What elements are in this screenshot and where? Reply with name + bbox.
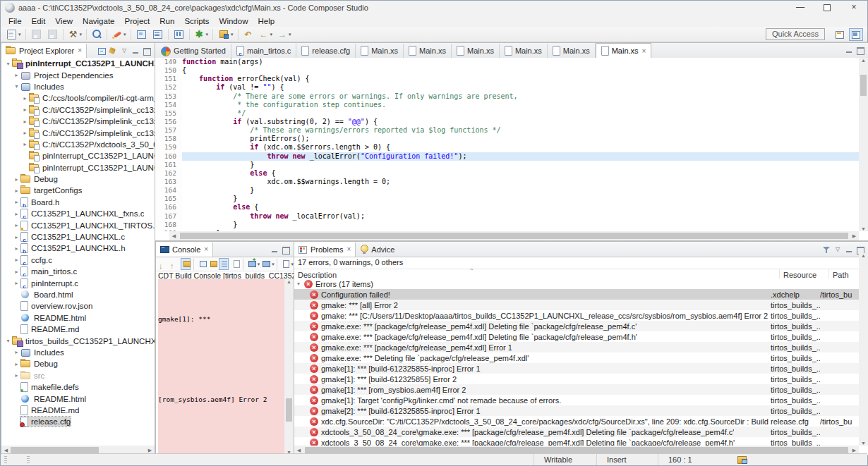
menu-file[interactable]: File — [4, 16, 27, 26]
tree-collapsed-arrow-icon[interactable]: ▸ — [13, 176, 20, 183]
dropdown-arrow-icon[interactable]: ▾ — [18, 32, 21, 37]
maximize-view-button[interactable] — [141, 46, 152, 56]
problem-row[interactable]: ×gmake.exe: *** [package/cfg/release_pem… — [294, 331, 859, 342]
tree-item[interactable]: ▸Board.h — [1, 197, 155, 208]
tree-collapsed-arrow-icon[interactable]: ▸ — [13, 222, 20, 228]
dropdown-arrow-icon[interactable]: ▾ — [231, 32, 234, 37]
last-edit-location-button[interactable]: ↶ — [241, 28, 255, 41]
forward-button[interactable]: →▾ — [275, 28, 293, 41]
link-with-editor-button[interactable] — [107, 46, 119, 56]
editor-vscrollbar[interactable]: ▲ ▼ — [859, 58, 868, 231]
menu-edit[interactable]: Edit — [27, 16, 51, 26]
code-editor[interactable]: 149function main(args)150{151 function e… — [155, 58, 859, 231]
menu-scripts[interactable]: Scripts — [179, 16, 214, 26]
tree-item[interactable]: ▸C:/ti/CC1352P/xdctools_3_50_08_24_co — [1, 139, 155, 150]
tree-item[interactable]: pinInterrupt_CC1352P1_LAUNCHXL_tir — [1, 162, 155, 173]
minimize-view-button[interactable] — [130, 46, 141, 56]
ccs-tools-button[interactable]: ▾ — [216, 27, 235, 41]
editor-tab-getting-started[interactable]: Getting Started — [155, 44, 231, 58]
editor-tab-main-xs[interactable]: Main.xs — [452, 44, 500, 58]
tree-item[interactable]: ▸Project Dependencies — [1, 69, 155, 80]
tree-item[interactable]: ▸CC1352P1_LAUNCHXL.h — [1, 243, 155, 254]
tree-item[interactable]: ▸src — [1, 370, 155, 381]
quick-access-button[interactable]: Quick Access — [766, 28, 825, 40]
tree-item[interactable]: overview.rov.json — [1, 300, 155, 312]
close-view-icon[interactable]: × — [204, 245, 208, 253]
menu-run[interactable]: Run — [155, 16, 179, 26]
flash-button[interactable]: ▾ — [110, 28, 128, 41]
problem-row[interactable]: ×gmake[1]: *** [rom_sysbios.aem4f] Error… — [294, 384, 859, 395]
close-view-icon[interactable]: × — [78, 47, 82, 54]
tree-collapsed-arrow-icon[interactable]: ▸ — [13, 349, 20, 355]
problem-row[interactable]: ×xdctools_3_50_08_24_core\gmake.exe: ***… — [294, 437, 859, 446]
tree-expanded-arrow-icon[interactable]: ▾ — [4, 61, 12, 67]
project-explorer-tab[interactable]: Project Explorer × — [1, 44, 87, 58]
problem-row[interactable]: ×gmake[1]: Target 'configPkg/linker.cmd'… — [294, 395, 859, 405]
minimize-editor-button[interactable] — [843, 45, 855, 55]
tree-collapsed-arrow-icon[interactable]: ▸ — [13, 72, 20, 78]
scroll-up-arrow-icon[interactable]: ▲ — [859, 58, 868, 63]
tree-collapsed-arrow-icon[interactable]: ▸ — [13, 361, 20, 367]
tree-item[interactable]: ▸Debug — [1, 173, 155, 185]
new-button[interactable]: ▾ — [4, 27, 23, 42]
restore-window-button[interactable] — [814, 1, 840, 15]
tree-item[interactable]: ▸CC1352P1_LAUNCHXL.c — [1, 231, 155, 243]
scroll-left-arrow-icon[interactable]: ◀ — [169, 233, 179, 239]
scroll-right-arrow-icon[interactable]: ▶ — [850, 448, 859, 453]
tree-item[interactable]: ▸C:/ti/CC1352P/simplelink_cc13x2_sdk_ — [1, 116, 155, 127]
dropdown-arrow-icon[interactable]: ▾ — [272, 262, 275, 267]
problem-row[interactable]: ×gmake: *** [C:/Users/11/Desktop/aaaa/ti… — [294, 310, 859, 321]
tree-collapsed-arrow-icon[interactable]: ▸ — [13, 188, 20, 194]
scroll-right-arrow-icon[interactable]: ▶ — [850, 233, 859, 239]
scroll-down-arrow-icon[interactable]: ▼ — [859, 441, 868, 446]
status-icon[interactable] — [737, 455, 747, 464]
tree-item[interactable]: ▸Debug — [1, 358, 155, 369]
scrollbar-thumb[interactable] — [860, 75, 867, 96]
tree-item[interactable]: ▸C:/ti/CC1352P/simplelink_cc13x2_sdk_ — [1, 104, 155, 116]
editor-tab-release-cfg[interactable]: release.cfg — [296, 44, 356, 58]
problem-row[interactable]: ×xdctools_3_50_08_24_core\gmake.exe: ***… — [294, 427, 859, 437]
menu-navigate[interactable]: Navigate — [78, 16, 119, 26]
scrollbar-thumb[interactable] — [11, 447, 99, 453]
word-wrap-button[interactable] — [219, 258, 229, 270]
problems-group-row[interactable]: ▾×Errors (17 items) — [294, 278, 859, 289]
dropdown-arrow-icon[interactable]: ▾ — [289, 32, 291, 37]
dropdown-arrow-icon[interactable]: ▾ — [270, 32, 273, 37]
tree-collapsed-arrow-icon[interactable]: ▸ — [21, 118, 29, 125]
tree-collapsed-arrow-icon[interactable]: ▸ — [13, 245, 20, 252]
pin-console-button[interactable] — [197, 258, 207, 270]
editor-tab-main-xs[interactable]: Main.xs× — [596, 43, 652, 58]
tree-item[interactable]: ▸main_tirtos.c — [1, 266, 155, 277]
scroll-right-arrow-icon[interactable]: ▶ — [145, 448, 155, 453]
tree-collapsed-arrow-icon[interactable]: ▸ — [13, 372, 20, 379]
tree-item[interactable]: ▸CC1352P1_LAUNCHXL_TIRTOS.cmd — [1, 219, 155, 231]
minimize-view-button[interactable] — [843, 245, 855, 255]
problems-tab[interactable]: Problems × — [294, 243, 356, 257]
scrollbar-thumb[interactable] — [305, 447, 848, 453]
problem-row[interactable]: ×gmake[1]: *** [build-612325855] Error 2… — [294, 374, 859, 384]
problem-row[interactable]: ×xdc.cfg.SourceDir: "C:/ti/CC1352P/xdcto… — [294, 416, 859, 427]
close-view-icon[interactable]: × — [346, 245, 351, 253]
menu-view[interactable]: View — [50, 16, 78, 26]
clear-console-button[interactable] — [230, 258, 240, 270]
editor-tab-main-xs[interactable]: Main.xs — [500, 44, 548, 58]
problem-row[interactable]: ×gmake: *** [all] Error 2tirtos_builds_.… — [294, 300, 859, 310]
scroll-down-arrow-icon[interactable]: ▼ — [859, 226, 868, 231]
next-item-button[interactable]: ↓ — [158, 258, 168, 270]
perspective-debug-icon[interactable] — [849, 28, 863, 41]
new-target-configuration-button[interactable] — [134, 28, 149, 41]
tree-collapsed-arrow-icon[interactable]: ▸ — [13, 280, 20, 286]
editor-tab-main-xs[interactable]: Main.xs — [548, 44, 596, 58]
tree-item[interactable]: README.md — [1, 405, 155, 416]
console-output[interactable]: gmake[1]: ***[rom_sysbios.aem4f] Error 2… — [156, 279, 284, 455]
tree-collapsed-arrow-icon[interactable]: ▸ — [13, 257, 20, 263]
maximize-view-button[interactable] — [280, 245, 291, 255]
close-tab-icon[interactable]: × — [642, 47, 646, 55]
dropdown-arrow-icon[interactable]: ▾ — [258, 262, 260, 267]
tree-item[interactable]: release.cfg — [1, 416, 155, 427]
scroll-up-arrow-icon[interactable]: ▲ — [284, 279, 294, 284]
tree-item[interactable]: ▸CC1352P1_LAUNCHXL_fxns.c — [1, 208, 155, 219]
filter-button[interactable] — [821, 245, 832, 255]
tree-collapsed-arrow-icon[interactable]: ▸ — [13, 234, 20, 240]
tree-item[interactable]: Board.html — [1, 289, 155, 300]
